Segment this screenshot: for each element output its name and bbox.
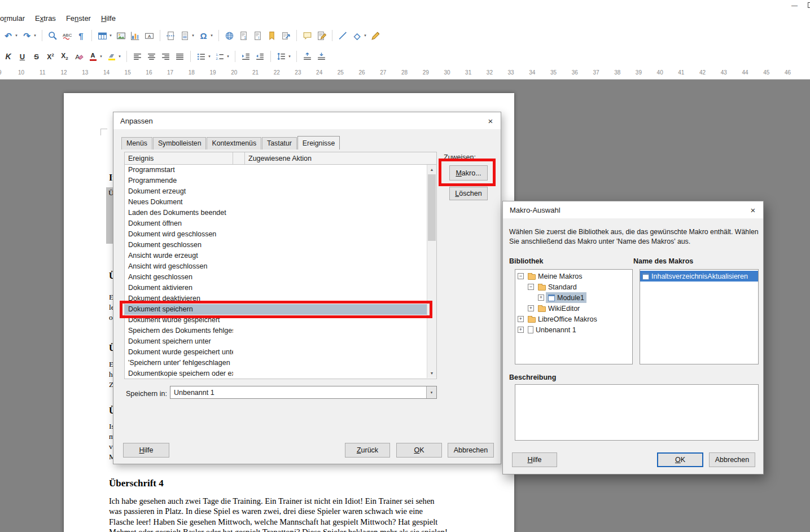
horizontal-ruler[interactable]: 9101112131415161718192021222324252627282… xyxy=(0,67,810,80)
cancel-button[interactable]: Abbrechen xyxy=(448,443,494,458)
minimize-icon[interactable]: — xyxy=(791,1,798,9)
subscript-button[interactable]: X2 xyxy=(58,49,72,64)
tree-expander-icon[interactable]: + xyxy=(528,305,534,311)
insert-endnote-button[interactable]: i xyxy=(251,28,265,43)
scroll-up-icon[interactable]: ▲ xyxy=(427,165,436,174)
superscript-button[interactable]: X2 xyxy=(43,49,58,64)
insert-bookmark-button[interactable] xyxy=(265,28,279,43)
event-row[interactable]: Dokument öffnen xyxy=(125,218,436,229)
tree-expander-icon[interactable]: − xyxy=(518,273,524,279)
event-row[interactable]: Dokument speichern unter xyxy=(125,336,436,347)
decrease-paragraph-spacing-button[interactable] xyxy=(314,49,329,64)
align-center-button[interactable] xyxy=(145,49,159,64)
column-header-action[interactable]: Zugewiesene Aktion xyxy=(245,155,436,162)
macro-list[interactable]: InhaltsverzeichnisAktualisieren xyxy=(640,269,759,364)
close-icon[interactable]: × xyxy=(745,205,761,215)
event-row[interactable]: Dokument erzeugt xyxy=(125,186,436,197)
library-tree-item[interactable]: − Meine Makros xyxy=(515,271,632,282)
show-draw-functions-button[interactable] xyxy=(369,28,383,43)
description-textarea[interactable] xyxy=(515,384,759,441)
library-tree-item[interactable]: − Standard xyxy=(515,282,632,292)
chevron-down-icon[interactable]: ▾ xyxy=(287,54,292,59)
help-button[interactable]: Hilfe xyxy=(512,452,557,467)
menu-item[interactable]: Hilfe xyxy=(96,12,121,24)
event-row[interactable]: Laden des Dokuments beendet xyxy=(125,208,436,218)
event-row[interactable]: Dokument wird geschlossen xyxy=(125,229,436,240)
clear-formatting-button[interactable]: A xyxy=(72,49,86,64)
find-replace-button[interactable] xyxy=(46,28,60,43)
ok-button[interactable]: OK xyxy=(396,443,442,458)
underline-button[interactable]: U xyxy=(15,49,29,64)
chevron-down-icon[interactable]: ▾ xyxy=(98,54,104,59)
event-row[interactable]: Dokumentkopie speichern oder ex xyxy=(125,368,436,379)
event-row[interactable]: Ansicht geschlossen xyxy=(125,272,436,283)
chevron-down-icon[interactable]: ▾ xyxy=(14,33,19,38)
strikethrough-button[interactable]: S xyxy=(29,49,43,64)
menu-item[interactable]: Formular xyxy=(0,12,30,24)
chevron-down-icon[interactable]: ▾ xyxy=(108,33,113,38)
insert-cross-reference-button[interactable] xyxy=(279,28,293,43)
chevron-down-icon[interactable]: ▾ xyxy=(117,54,122,59)
scrollbar-thumb[interactable] xyxy=(428,174,436,241)
dialog-tab[interactable]: Symbolleisten xyxy=(153,137,207,150)
dialog-tab[interactable]: Menüs xyxy=(121,137,152,150)
spelling-button[interactable]: ABC xyxy=(60,28,74,43)
event-row[interactable]: Dokument aktivieren xyxy=(125,283,436,293)
delete-button[interactable]: Löschen xyxy=(449,187,488,200)
library-tree-item[interactable]: + Unbenannt 1 xyxy=(515,324,632,335)
chevron-down-icon[interactable]: ▾ xyxy=(190,33,196,38)
decrease-indent-button[interactable] xyxy=(253,49,267,64)
event-row[interactable]: 'Speichern unter' fehlgeschlagen xyxy=(125,358,436,368)
italic-button[interactable]: K xyxy=(1,49,15,64)
event-row[interactable]: Ansicht wurde erzeugt xyxy=(125,250,436,261)
dialog-tab[interactable]: Ereignisse xyxy=(297,136,340,150)
cancel-button[interactable]: Abbrechen xyxy=(709,452,755,467)
align-left-button[interactable] xyxy=(130,49,145,64)
tree-expander-icon[interactable]: + xyxy=(518,327,524,333)
scrollbar[interactable]: ▲ ▼ xyxy=(427,165,436,378)
scroll-down-icon[interactable]: ▼ xyxy=(427,368,436,378)
chevron-down-icon[interactable]: ▾ xyxy=(209,33,214,38)
increase-indent-button[interactable] xyxy=(239,49,253,64)
insert-footnote-button[interactable]: 1 xyxy=(237,28,251,43)
back-button[interactable]: Zurück xyxy=(345,443,390,458)
tree-expander-icon[interactable]: + xyxy=(538,294,544,301)
chevron-down-icon[interactable]: ▾ xyxy=(207,54,212,59)
library-tree[interactable]: − Meine Makros − Standard + Module1 + Wi… xyxy=(515,269,633,364)
library-tree-item[interactable]: + Module1 xyxy=(515,292,632,303)
event-row[interactable]: Neues Dokument xyxy=(125,197,436,208)
event-row[interactable]: Speichern des Dokuments fehlgesc xyxy=(125,326,436,336)
chevron-down-icon[interactable]: ▾ xyxy=(225,54,231,59)
event-row[interactable]: Programmende xyxy=(125,175,436,186)
event-row[interactable]: Dokument wurde gespeichert unte xyxy=(125,347,436,358)
column-divider[interactable] xyxy=(233,152,245,164)
insert-comment-button[interactable] xyxy=(300,28,314,43)
dialog-tab[interactable]: Tastatur xyxy=(262,137,297,150)
tree-expander-icon[interactable]: − xyxy=(528,284,534,290)
column-header-event[interactable]: Ereignis xyxy=(125,152,233,164)
chevron-down-icon[interactable]: ▾ xyxy=(32,33,38,38)
event-list[interactable]: ProgrammstartProgrammendeDokument erzeug… xyxy=(124,165,437,379)
help-button[interactable]: Hilfe xyxy=(123,443,169,458)
macro-list-item[interactable]: InhaltsverzeichnisAktualisieren xyxy=(640,271,758,282)
insert-chart-button[interactable] xyxy=(128,28,142,43)
insert-page-break-button[interactable] xyxy=(164,28,178,43)
insert-image-button[interactable] xyxy=(114,28,128,43)
dialog-tab[interactable]: Kontextmenüs xyxy=(207,137,261,150)
library-tree-item[interactable]: + LibreOffice Makros xyxy=(515,314,632,324)
dialog-titlebar[interactable]: Anpassen × xyxy=(113,112,501,129)
track-changes-button[interactable] xyxy=(314,28,329,43)
formatting-marks-button[interactable]: ¶ xyxy=(74,28,88,43)
maximize-icon[interactable] xyxy=(808,2,810,8)
justify-button[interactable] xyxy=(173,49,187,64)
menu-item[interactable]: Extras xyxy=(30,12,61,24)
insert-text-box-button[interactable]: A xyxy=(142,28,156,43)
insert-line-button[interactable] xyxy=(336,28,350,43)
insert-hyperlink-button[interactable] xyxy=(222,28,237,43)
event-row[interactable]: Dokument geschlossen xyxy=(125,240,436,250)
dialog-titlebar[interactable]: Makro-Auswahl × xyxy=(503,201,763,218)
tree-expander-icon[interactable]: + xyxy=(518,316,524,322)
chevron-down-icon[interactable]: ▾ xyxy=(426,386,436,398)
event-row[interactable]: Ansicht wird geschlossen xyxy=(125,261,436,272)
increase-paragraph-spacing-button[interactable] xyxy=(300,49,314,64)
